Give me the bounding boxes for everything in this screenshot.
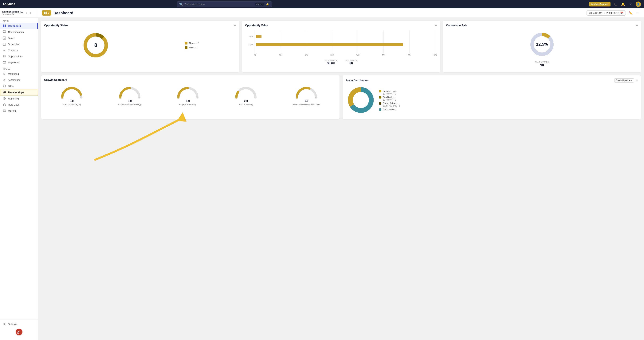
sidebar-item-settings-label: Settings xyxy=(8,323,17,326)
page-title: Dashboard xyxy=(54,11,584,15)
sidebar-item-conversations-label: Conversations xyxy=(8,31,24,33)
sidebar-item-reporting-label: Reporting xyxy=(8,97,19,100)
widget-growth-scorecard-header: Growth Scorecard xyxy=(44,78,336,81)
conversion-percentage: 12.5% xyxy=(536,42,548,47)
dashboard-row-1: Opportunity Status ⇌ xyxy=(41,21,641,72)
gauge-communication-strategy: 010 5.0 Communication Strategy xyxy=(118,85,141,105)
sidebar-item-payments-label: Payments xyxy=(8,61,19,64)
widget-stage-distribution: Stage Distribution Sales Pipeline ▾ ⇌ xyxy=(342,75,641,119)
edit-button[interactable]: ✏️ xyxy=(628,10,633,15)
gauge-paid-marketing-value: 2.0 xyxy=(244,99,248,102)
sidebar-item-payments[interactable]: Payments xyxy=(0,59,38,65)
conversion-won-revenue-label: Won revenue xyxy=(535,61,549,63)
sidebar-item-mailfold[interactable]: Mailfold xyxy=(0,108,38,114)
stage-distribution-filter-icon[interactable]: ⇌ xyxy=(636,79,638,82)
gauge-paid-marketing-svg: 010 xyxy=(234,85,257,98)
x-label-0: $0 xyxy=(254,54,256,56)
grammarly-row[interactable]: g. xyxy=(0,327,38,337)
opportunity-value-filter-icon[interactable]: ⇌ xyxy=(435,24,437,27)
stage-legend-label-inbound: Inbound Lea... xyxy=(383,90,398,93)
sidebar-item-tasks[interactable]: Tasks xyxy=(0,35,38,41)
sidebar-item-settings[interactable]: Settings xyxy=(0,321,38,327)
dashboard-content: Opportunity Status ⇌ xyxy=(38,18,644,340)
workspace-header[interactable]: Dunder Mifflin [D... Scranton, PA ▾ ⊟ xyxy=(0,8,38,17)
search-input[interactable] xyxy=(184,3,254,6)
stage-legend-value-demo: $5.4K (66.67%) - 2 xyxy=(383,105,400,107)
x-axis-labels: $0 $1K $2K $3K $4K $5K $6K $7K xyxy=(254,54,437,56)
stage-distribution-donut xyxy=(346,85,376,116)
layers-icon xyxy=(3,54,6,58)
svg-rect-3 xyxy=(4,26,6,27)
conversion-rate-filter-icon[interactable]: ⇌ xyxy=(636,24,638,27)
widget-growth-scorecard: Growth Scorecard 010 xyxy=(41,75,340,119)
card-icon xyxy=(3,61,6,64)
sidebar-item-marketing-label: Marketing xyxy=(8,72,19,75)
workspace-name: Dunder Mifflin [D... xyxy=(2,10,24,13)
bell-icon[interactable]: 🔔 xyxy=(620,1,626,7)
legend-item-open: Open - 7 xyxy=(185,42,199,44)
gauge-communication-strategy-label: Communication Strategy xyxy=(118,103,141,105)
stage-pipeline-dropdown[interactable]: Sales Pipeline ▾ xyxy=(614,78,634,82)
sidebar-item-sites-label: Sites xyxy=(8,85,14,87)
phone-icon[interactable]: 📞 xyxy=(613,1,618,7)
widget-opportunity-status: Opportunity Status ⇌ xyxy=(41,21,239,72)
sidebar-item-scheduler[interactable]: Scheduler xyxy=(0,41,38,47)
support-button[interactable]: topline Support xyxy=(589,2,610,6)
svg-rect-11 xyxy=(3,61,6,63)
date-range-picker[interactable]: 2024-02-12 → 2024-03-13 📅 xyxy=(586,10,626,15)
stage-legend-text-decision: Decision Ma... xyxy=(383,108,397,111)
stage-legend-dot-inbound xyxy=(379,90,382,92)
stage-distribution-legend: Inbound Lea... $0 (0.00%) - 0 Qualified … xyxy=(379,90,638,111)
topnav-right: topline Support 📞 🔔 ? 👤 xyxy=(589,1,641,7)
gauge-communication-strategy-value: 5.0 xyxy=(128,99,132,102)
sidebar-item-conversations[interactable]: Conversations xyxy=(0,29,38,35)
bar-row-won: Won xyxy=(247,35,436,38)
stage-legend-value-inbound: $0 (0.00%) - 0 xyxy=(383,93,398,95)
gauge-tech-stack-value: 6.0 xyxy=(304,99,308,102)
svg-rect-6 xyxy=(3,43,6,45)
legend-dot-open xyxy=(185,42,188,44)
sidebar-item-automation[interactable]: Automation xyxy=(0,77,38,83)
dashboard-view-toggle[interactable]: ▾ xyxy=(42,10,51,15)
search-shortcut: Ctrl + K xyxy=(255,3,264,5)
widget-conversion-rate-header: Conversion Rate ⇌ xyxy=(446,24,638,27)
sidebar-item-scheduler-label: Scheduler xyxy=(8,43,19,46)
stage-legend-value-qualified: $0 (0.00%) - 0 xyxy=(383,99,396,101)
legend-label-won: Won - 1 xyxy=(189,46,198,49)
search-bar[interactable]: 🔍 Ctrl + K ⚡ xyxy=(177,1,272,7)
calendar-icon xyxy=(3,42,6,46)
sidebar-collapse-button[interactable]: ⊟ xyxy=(28,11,31,14)
more-options-button[interactable]: ⋯ xyxy=(636,10,640,15)
search-icon: 🔍 xyxy=(179,2,183,6)
sidebar-item-helpdesk[interactable]: Help Desk xyxy=(0,101,38,108)
sidebar-item-memberships[interactable]: Memberships xyxy=(0,89,38,95)
svg-rect-28 xyxy=(44,11,45,13)
stage-legend-demo: Demo Schedu... $5.4K (66.67%) - 2 xyxy=(379,102,638,107)
svg-rect-4 xyxy=(3,31,6,32)
svg-rect-29 xyxy=(46,11,47,13)
won-revenue-label: Won revenue xyxy=(345,59,357,62)
svg-rect-5 xyxy=(3,37,6,39)
chat-icon xyxy=(3,30,6,34)
sidebar-item-contacts[interactable]: Contacts xyxy=(0,47,38,53)
svg-point-15 xyxy=(4,79,5,80)
opportunity-status-filter-icon[interactable]: ⇌ xyxy=(234,24,236,27)
svg-point-20 xyxy=(5,91,6,92)
sidebar-item-dashboard[interactable]: Dashboard xyxy=(0,23,38,29)
headset-icon xyxy=(3,103,6,106)
gauge-tech-stack-label: Sales & Marketing Tech Stack xyxy=(293,103,320,105)
date-to: 2024-03-13 xyxy=(606,11,619,14)
sidebar-item-opportunities[interactable]: Opportunities xyxy=(0,53,38,59)
sidebar-item-marketing[interactable]: Marketing xyxy=(0,71,38,77)
sidebar-item-reporting[interactable]: Reporting xyxy=(0,95,38,101)
opportunity-status-title: Opportunity Status xyxy=(44,24,68,27)
workspace-location: Scranton, PA xyxy=(2,13,24,15)
widget-stage-distribution-header: Stage Distribution Sales Pipeline ▾ ⇌ xyxy=(346,78,638,82)
won-revenue-value: $0 xyxy=(345,62,357,65)
sidebar-item-sites[interactable]: Sites xyxy=(0,83,38,89)
stage-dropdown-chevron: ▾ xyxy=(631,79,632,82)
help-icon[interactable]: ? xyxy=(628,1,633,7)
svg-rect-25 xyxy=(5,105,6,105)
avatar[interactable]: 👤 xyxy=(636,1,641,7)
opportunity-value-title: Opportunity Value xyxy=(245,24,268,27)
